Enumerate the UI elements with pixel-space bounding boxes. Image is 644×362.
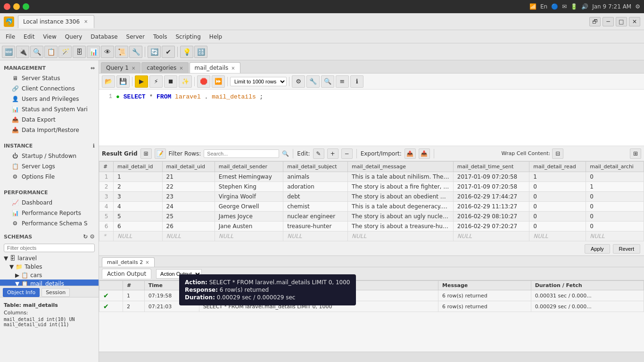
grid-view-btn[interactable]: ⊞ [140,148,152,159]
sidebar-client-connections[interactable]: 🔗 Client Connections [0,83,99,94]
schema-filter-input[interactable] [4,244,95,252]
query-tab-mail-details-close[interactable]: × [231,66,235,71]
sidebar-data-import[interactable]: 📥 Data Import/Restore [0,125,99,135]
table-row[interactable]: 2 2 22 Stephen King adoration The story … [99,182,644,192]
sidebar-status-system[interactable]: 📊 Status and System Vari [0,104,99,115]
continue-btn[interactable]: ⏩ [212,75,225,88]
filter-icon[interactable]: 🔍 [282,150,289,157]
sidebar-performance-schema[interactable]: ⚙ Performance Schema S [0,218,99,229]
query-tab-mail-details[interactable]: mail_details × [190,62,240,73]
toggles-btn[interactable]: ≡ [336,75,349,88]
table-row[interactable]: 6 6 26 Jane Austen treasure-hunter The s… [99,222,644,231]
min-btn[interactable] [13,3,20,10]
tree-laravel[interactable]: ▼ 🗄 laravel [0,254,99,263]
menu-server[interactable]: Server [123,32,149,41]
sidebar-users-privileges[interactable]: 👤 Users and Privileges [0,94,99,104]
tree-tables[interactable]: ▼ 📁 Tables [0,263,99,271]
import-btn[interactable]: 📥 [419,148,430,159]
explain-btn[interactable]: 💡 [180,46,193,58]
new-connection-btn[interactable]: 🆕 [2,46,15,58]
stop-btn[interactable]: ⏹ [164,75,177,88]
sidebar-server-logs[interactable]: 📋 Server Logs [0,161,99,172]
format-query-btn[interactable]: 🔧 [306,75,320,88]
tooltip-duration: Duration: 0.00029 sec / 0.000029 sec [185,294,350,301]
beautify-btn[interactable]: ✨ [179,75,192,88]
execute-current-btn[interactable]: ⚡ [149,75,163,88]
create-view-btn[interactable]: 👁 [101,46,114,58]
query-tab-1[interactable]: Query 1 × [101,62,140,73]
table-row[interactable]: 5 5 25 James Joyce nuclear engineer The … [99,212,644,222]
menu-database[interactable]: Database [87,32,121,41]
sidebar-dashboard[interactable]: 📈 Dashboard [0,197,99,208]
limit-dropdown[interactable]: Don't LimitLimit to 10 rowsLimit to 100 … [230,77,287,86]
wrap-toggle-btn[interactable]: ⊟ [552,148,563,159]
create-procedure-btn[interactable]: 📜 [115,46,128,58]
query-tab-1-close[interactable]: × [132,66,135,71]
max-btn[interactable] [23,3,29,10]
session-tab[interactable]: Session [41,288,70,297]
create-table-btn[interactable]: 📊 [87,46,100,58]
action-output-tab[interactable]: Action Output [102,269,151,279]
result-table-container[interactable]: # mail_detail_id mail_detail_uid mail_de… [99,161,644,242]
table-row[interactable]: 1 1 21 Ernest Hemingway animals This is … [99,172,644,182]
main-tab[interactable]: Local instance 3306 × [18,15,94,28]
window-max-btn[interactable]: □ [616,17,627,26]
sidebar-performance-reports[interactable]: 📊 Performance Reports [0,208,99,218]
delete-row-btn[interactable]: − [341,148,353,159]
menu-scripting[interactable]: Scripting [172,32,204,41]
sidebar-data-export[interactable]: 📤 Data Export [0,115,99,125]
menu-help[interactable]: Help [206,32,226,41]
query-tab-categories-close[interactable]: × [179,66,183,71]
set-autocommit-btn[interactable]: 🔄 [148,46,161,58]
export-btn[interactable]: 📤 [405,148,416,159]
manage-connections-btn[interactable]: 🔌 [16,46,29,58]
commit-btn[interactable]: ✔ [162,46,175,58]
form-view-btn[interactable]: 📝 [155,148,166,159]
refresh-schemas-icon[interactable]: ↻ [83,233,88,240]
close-btn[interactable] [4,3,10,10]
table-row[interactable]: 4 4 24 George Orwell chemist This is a t… [99,202,644,212]
stop-script-btn[interactable]: 🛑 [197,75,210,88]
sidebar-options-file[interactable]: ⚙ Options File [0,172,99,182]
sql-editor[interactable]: 1 ● SELECT * FROM laravel . mail_details… [99,90,644,146]
table-data-import-btn[interactable]: 📋 [44,46,58,58]
expand-management-icon[interactable]: ⇔ [91,65,95,71]
apply-btn[interactable]: Apply [585,244,610,254]
create-schema-btn[interactable]: 🗄 [73,46,86,58]
menu-query[interactable]: Query [61,32,86,41]
result-tab-mail-details-2[interactable]: mail_details 2 × [102,257,155,267]
create-function-btn[interactable]: 🔧 [129,46,142,58]
schema-inspector-btn[interactable]: 🔍 [30,46,43,58]
menu-file[interactable]: File [2,32,19,41]
sidebar-server-status[interactable]: 🖥 Server Status [0,73,99,83]
execute-explain-btn[interactable]: ⚙ [292,75,305,88]
save-btn[interactable]: 💾 [116,75,130,88]
window-min-btn[interactable]: ─ [603,17,614,26]
settings-icon[interactable]: ⚙ [635,3,640,10]
result-toolbar: Result Grid ⊞ 📝 Filter Rows: 🔍 Edit: ✎ +… [99,146,644,161]
restore-btn[interactable]: 🗗 [589,17,601,26]
table-row[interactable]: 3 3 23 Virgina Woolf debt The story is a… [99,192,644,202]
execute-btn[interactable]: ▶ [135,75,148,88]
maximize-result-btn[interactable]: ⊞ [630,148,641,159]
table-wizard-btn[interactable]: 🪄 [58,46,72,58]
sidebar-startup-shutdown[interactable]: ⏻ Startup / Shutdown [0,151,99,161]
add-row-btn[interactable]: + [327,148,339,159]
query-tab-categories[interactable]: categories × [141,62,188,73]
object-info-tab[interactable]: Object Info [3,288,40,297]
open-file-btn[interactable]: 📂 [102,75,115,88]
result-tab-close[interactable]: × [145,260,149,265]
revert-btn[interactable]: Revert [613,244,640,254]
filter-schemas-icon[interactable]: ⚙ [90,233,95,240]
menu-view[interactable]: View [39,32,60,41]
window-close-btn[interactable]: ✕ [629,17,640,26]
find-replace-btn[interactable]: 🔍 [321,75,334,88]
format-btn[interactable]: 🔠 [194,46,207,58]
tree-cars[interactable]: ▶ 📋 cars [0,271,99,280]
edit-row-btn[interactable]: ✎ [313,148,324,159]
main-tab-close[interactable]: × [83,18,89,25]
menu-edit[interactable]: Edit [20,32,38,41]
filter-rows-input[interactable] [204,149,279,158]
query-info-btn[interactable]: ℹ [350,75,363,88]
menu-tools[interactable]: Tools [149,32,171,41]
